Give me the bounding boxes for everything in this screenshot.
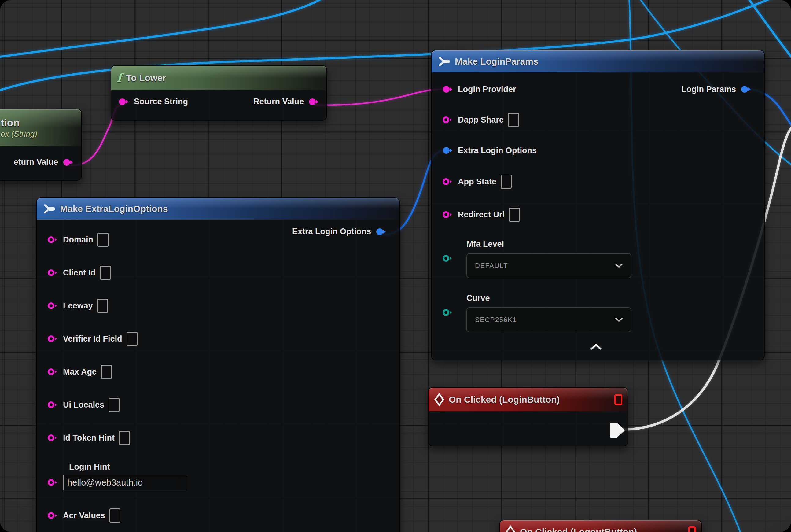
make-struct-icon	[437, 55, 450, 68]
pin-label: Max Age	[63, 367, 97, 377]
pin-row-dapp-share: Dapp Share	[442, 111, 519, 128]
input-pin-mfa-level[interactable]	[442, 254, 454, 263]
leeway-checkbox[interactable]	[97, 299, 108, 313]
pin-row-login-provider: Login Provider	[442, 81, 516, 98]
input-pin-login-hint[interactable]	[47, 478, 59, 487]
node-subtitle: ox (String)	[1, 129, 37, 139]
pin-block-login-hint: Login Hint	[47, 462, 399, 492]
function-icon: f	[117, 72, 122, 84]
verifier-id-field-checkbox[interactable]	[127, 332, 137, 346]
pin-row-ui-locales: Ui Locales	[47, 388, 399, 421]
input-pin-login-provider[interactable]	[442, 85, 454, 94]
mfa-level-value: DEFAULT	[475, 262, 508, 270]
return-value-row: eturn Value	[14, 157, 74, 167]
input-pin-dapp-share[interactable]	[442, 116, 454, 124]
node-title: Make LoginParams	[455, 56, 538, 66]
domain-checkbox[interactable]	[97, 233, 109, 247]
ui-locales-checkbox[interactable]	[109, 398, 119, 412]
widget-event-indicator	[688, 527, 696, 532]
login-hint-input[interactable]	[63, 475, 188, 490]
collapse-pins-chevron[interactable]	[589, 343, 603, 351]
node-make-extra-login-options-header[interactable]: Make ExtraLoginOptions	[37, 198, 399, 220]
output-pin-return-value[interactable]	[62, 158, 74, 167]
curve-dropdown[interactable]: SECP256K1	[466, 307, 632, 332]
pin-row-max-age: Max Age	[47, 355, 399, 388]
pin-row-app-state: App State	[442, 173, 512, 190]
node-title: To Lower	[126, 73, 166, 83]
node-on-clicked-login-button[interactable]: On Clicked (LoginButton)	[428, 387, 629, 446]
node-on-clicked-logout-button[interactable]: On Clicked (LogoutButton)	[499, 520, 702, 532]
node-make-extra-login-options[interactable]: Make ExtraLoginOptions Domain Client Id	[36, 197, 400, 532]
output-row-login-params: Login Params	[681, 81, 752, 98]
chevron-down-icon	[615, 263, 623, 268]
input-pin-redirect-url[interactable]	[442, 210, 454, 219]
input-pin-extra-login-options[interactable]	[442, 146, 454, 155]
pin-row-acr-values: Acr Values	[47, 499, 399, 532]
make-struct-icon	[42, 203, 56, 215]
event-diamond-icon	[434, 393, 444, 406]
node-title: On Clicked (LogoutButton)	[520, 527, 637, 532]
pin-row-client-id: Client Id	[47, 256, 399, 289]
acr-values-checkbox[interactable]	[110, 509, 120, 522]
client-id-checkbox[interactable]	[100, 266, 111, 280]
wire-tolower-to-loginprovider[interactable]	[315, 89, 447, 105]
pin-label: Leeway	[63, 301, 93, 311]
curve-value: SECP256K1	[475, 316, 517, 324]
redirect-url-checkbox[interactable]	[509, 208, 520, 222]
pin-label: Login Hint	[69, 462, 399, 472]
pin-label: Acr Values	[63, 511, 105, 520]
pin-label: Dapp Share	[458, 115, 504, 125]
output-pin-extra-login-options[interactable]	[375, 227, 387, 236]
node-to-lower-header[interactable]: f To Lower	[111, 66, 326, 90]
input-pin-client-id[interactable]	[47, 268, 59, 277]
exec-output-pin[interactable]	[609, 422, 626, 438]
pin-row-leeway: Leeway	[47, 289, 399, 322]
input-pin-ui-locales[interactable]	[47, 401, 59, 409]
event-diamond-icon	[505, 525, 516, 532]
widget-event-indicator	[614, 394, 622, 405]
pin-label: Domain	[63, 235, 93, 245]
pin-label: Id Token Hint	[63, 433, 115, 443]
pin-label: Verifier Id Field	[63, 334, 122, 344]
pin-label: Extra Login Options	[458, 146, 537, 155]
node-text-source-header[interactable]: tion ox (String)	[0, 109, 81, 147]
node-make-login-params-header[interactable]: Make LoginParams	[431, 51, 764, 73]
source-string-row: Source String	[118, 97, 188, 107]
dapp-share-checkbox[interactable]	[508, 113, 519, 127]
node-make-login-params[interactable]: Make LoginParams Login Provider Dapp Sha…	[431, 50, 765, 360]
pin-label: Client Id	[63, 268, 96, 278]
node-on-clicked-login-header[interactable]: On Clicked (LoginButton)	[428, 388, 628, 411]
login-hint-input-row	[47, 473, 399, 492]
node-title: On Clicked (LoginButton)	[449, 394, 560, 405]
input-pin-source-string[interactable]	[118, 97, 130, 106]
id-token-hint-checkbox[interactable]	[119, 431, 130, 445]
pin-label: Redirect Url	[458, 210, 505, 220]
curve-label: Curve	[466, 293, 490, 303]
node-to-lower[interactable]: f To Lower Source String Return Value	[111, 65, 327, 121]
node-text-source-partial[interactable]: tion ox (String) eturn Value	[0, 109, 82, 181]
app-state-checkbox[interactable]	[501, 175, 512, 189]
input-pin-id-token-hint[interactable]	[47, 434, 59, 442]
output-row-extra-login-options: Extra Login Options	[292, 227, 387, 236]
input-pin-max-age[interactable]	[47, 367, 59, 376]
chevron-down-icon	[615, 317, 623, 322]
input-pin-verifier-id-field[interactable]	[47, 335, 59, 343]
input-pin-acr-values[interactable]	[47, 511, 59, 520]
output-pin-return-value[interactable]	[308, 97, 320, 106]
input-pin-leeway[interactable]	[47, 302, 59, 310]
pin-label: Return Value	[253, 97, 304, 107]
pin-row-id-token-hint: Id Token Hint	[47, 421, 399, 454]
input-pin-domain[interactable]	[47, 235, 59, 244]
node-on-clicked-logout-header[interactable]: On Clicked (LogoutButton)	[500, 520, 701, 532]
pin-label: App State	[458, 177, 496, 187]
max-age-checkbox[interactable]	[101, 365, 112, 379]
wire-blue-topleft[interactable]	[0, 0, 327, 58]
mfa-level-label: Mfa Level	[466, 240, 504, 249]
node-title: Make ExtraLoginOptions	[60, 204, 168, 214]
input-pin-curve[interactable]	[442, 308, 454, 317]
pin-label: Ui Locales	[63, 400, 104, 410]
mfa-level-dropdown[interactable]: DEFAULT	[466, 253, 632, 278]
blueprint-graph-canvas[interactable]: tion ox (String) eturn Value f To Lower …	[0, 0, 791, 532]
output-pin-login-params[interactable]	[740, 85, 752, 94]
input-pin-app-state[interactable]	[442, 177, 454, 186]
